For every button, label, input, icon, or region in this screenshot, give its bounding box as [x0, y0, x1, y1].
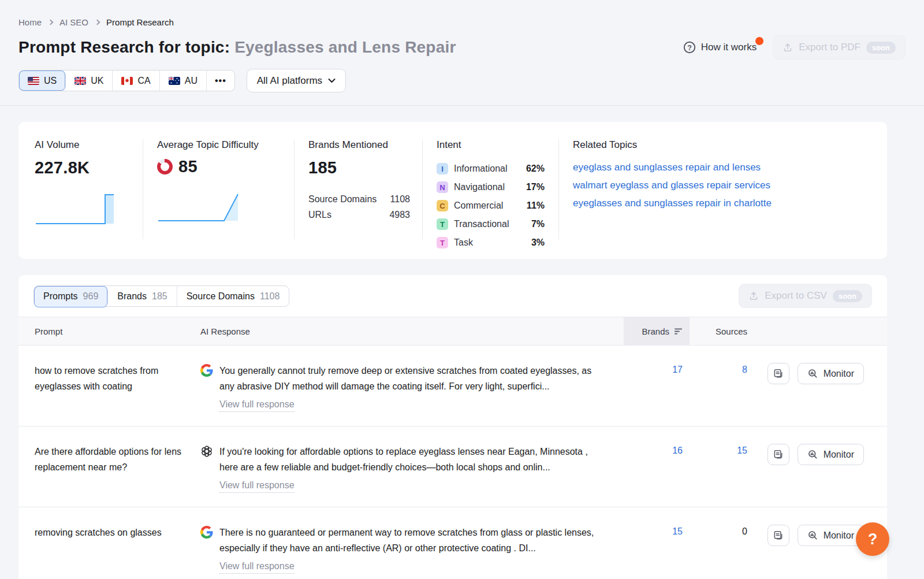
- sort-descending-icon: [674, 328, 683, 335]
- export-to-csv-button[interactable]: Export to CSV soon: [739, 284, 872, 308]
- notification-dot: [755, 37, 763, 45]
- ai-response-text: You generally cannot truly remove deep o…: [219, 366, 591, 391]
- copy-response-button[interactable]: [767, 444, 789, 465]
- breadcrumb: Home AI SEO Prompt Research: [18, 17, 906, 27]
- summary-card: AI Volume 227.8K Average Topic Difficult…: [18, 122, 887, 259]
- upload-icon: [748, 291, 759, 301]
- difficulty-gauge-icon: [157, 159, 173, 175]
- brands-count-link[interactable]: 15: [624, 525, 690, 574]
- svg-text:?: ?: [687, 44, 692, 52]
- how-it-works-button[interactable]: ? How it works: [683, 41, 762, 54]
- copy-response-button[interactable]: [767, 525, 789, 546]
- chevron-right-icon: [48, 20, 54, 25]
- ai-volume-value: 227.8K: [35, 158, 129, 177]
- table-row: Are there affordable options for lens re…: [18, 426, 887, 507]
- breadcrumb-ai-seo[interactable]: AI SEO: [59, 17, 88, 27]
- more-countries-button[interactable]: •••: [207, 70, 234, 91]
- country-tab-us[interactable]: US: [19, 70, 66, 91]
- au-flag-icon: [169, 77, 180, 85]
- column-header-sources[interactable]: Sources: [690, 317, 758, 345]
- view-full-response-link[interactable]: View full response: [219, 478, 295, 493]
- chevron-right-icon: [95, 20, 100, 25]
- monitor-magnifier-icon: [807, 368, 818, 379]
- country-tab-au[interactable]: AU: [160, 70, 207, 91]
- chatgpt-icon: [200, 445, 213, 458]
- related-topic-link[interactable]: eyeglass and sunglasses repair and lense…: [573, 158, 871, 176]
- us-flag-icon: [28, 77, 39, 85]
- column-header-ai-response: AI Response: [200, 317, 624, 345]
- uk-flag-icon: [74, 77, 86, 85]
- chevron-down-icon: [328, 78, 336, 83]
- google-icon: [200, 526, 213, 539]
- country-selector: US UK CA: [18, 70, 235, 91]
- breadcrumb-current: Prompt Research: [106, 17, 174, 27]
- google-icon: [200, 364, 213, 377]
- help-button[interactable]: ?: [856, 522, 889, 556]
- page-title: Prompt Research for topic: Eyeglasses an…: [18, 38, 456, 57]
- prompt-text: removing scratches on glasses: [18, 525, 200, 574]
- results-card: Prompts969 Brands185 Source Domains1108 …: [18, 275, 887, 579]
- tab-source-domains[interactable]: Source Domains1108: [177, 286, 289, 307]
- ai-response-text: If you're looking for affordable options…: [219, 447, 588, 472]
- difficulty-value: 85: [178, 157, 198, 176]
- ai-response-text: There is no guaranteed or permanent way …: [219, 528, 594, 553]
- tab-brands[interactable]: Brands185: [108, 286, 177, 307]
- ai-volume-metric: AI Volume 227.8K: [35, 139, 143, 239]
- results-tabs: Prompts969 Brands185 Source Domains1108: [33, 285, 289, 307]
- column-header-brands[interactable]: Brands: [624, 317, 690, 345]
- view-full-response-link[interactable]: View full response: [219, 559, 295, 574]
- monitor-button[interactable]: Monitor: [798, 525, 864, 546]
- monitor-button[interactable]: Monitor: [798, 444, 864, 465]
- tab-prompts[interactable]: Prompts969: [34, 286, 108, 307]
- copy-document-icon: [773, 449, 784, 460]
- table-row: how to remove scratches from eyeglasses …: [18, 346, 887, 426]
- intent-row: T Transactional 7%: [437, 215, 545, 233]
- difficulty-sparkline: [157, 188, 249, 223]
- export-to-pdf-button[interactable]: Export to PDF soon: [773, 35, 906, 60]
- copy-document-icon: [773, 530, 784, 541]
- source-domains-stat: Source Domains 1108: [308, 191, 410, 207]
- brands-mentioned-value: 185: [308, 158, 408, 177]
- ai-platforms-dropdown[interactable]: All AI platforms: [247, 69, 346, 92]
- topic-difficulty-metric: Average Topic Difficulty 85: [157, 139, 295, 239]
- brands-mentioned-metric: Brands Mentioned 185 Source Domains 1108…: [308, 139, 423, 239]
- related-topic-link[interactable]: walmart eyeglass and glasses repair serv…: [573, 176, 871, 194]
- breadcrumb-home[interactable]: Home: [18, 17, 42, 27]
- page-header: Home AI SEO Prompt Research Prompt Resea…: [0, 0, 924, 92]
- soon-badge: soon: [866, 42, 896, 54]
- topic-name: Eyeglasses and Lens Repair: [234, 38, 456, 56]
- sources-count-link[interactable]: 15: [690, 444, 758, 493]
- intent-row: N Navigational 17%: [437, 178, 545, 196]
- monitor-magnifier-icon: [807, 530, 818, 541]
- brands-count-link[interactable]: 16: [624, 444, 690, 493]
- country-tab-uk[interactable]: UK: [66, 70, 113, 91]
- copy-response-button[interactable]: [767, 363, 789, 384]
- prompt-text: how to remove scratches from eyeglasses …: [18, 363, 200, 412]
- related-topic-link[interactable]: eyeglasses and sunglasses repair in char…: [573, 194, 871, 212]
- column-header-actions: [758, 317, 887, 345]
- sources-count-link[interactable]: 8: [690, 363, 758, 412]
- column-header-prompt: Prompt: [18, 317, 200, 345]
- ca-flag-icon: [121, 77, 133, 85]
- table-header: Prompt AI Response Brands Sources: [18, 317, 887, 346]
- monitor-magnifier-icon: [807, 449, 818, 460]
- country-tab-ca[interactable]: CA: [113, 70, 159, 91]
- intent-row: T Task 3%: [437, 233, 545, 252]
- upload-icon: [783, 42, 793, 53]
- soon-badge: soon: [833, 290, 862, 302]
- intent-metric: Intent I Informational 62% N Navigationa…: [437, 139, 559, 239]
- sources-count-link[interactable]: 0: [690, 525, 758, 574]
- view-full-response-link[interactable]: View full response: [219, 398, 295, 412]
- related-topics: Related Topics eyeglass and sunglasses r…: [573, 139, 871, 239]
- urls-stat: URLs 4983: [308, 207, 410, 222]
- table-row: removing scratches on glasses There is n…: [18, 507, 887, 579]
- header-divider: [0, 105, 924, 106]
- monitor-button[interactable]: Monitor: [798, 363, 864, 384]
- intent-row: I Informational 62%: [437, 159, 545, 178]
- question-circle-icon: ?: [683, 41, 696, 54]
- ai-volume-sparkline: [35, 191, 122, 226]
- brands-count-link[interactable]: 17: [624, 363, 690, 412]
- intent-row: C Commercial 11%: [437, 196, 545, 215]
- copy-document-icon: [773, 368, 784, 379]
- prompt-text: Are there affordable options for lens re…: [18, 444, 200, 493]
